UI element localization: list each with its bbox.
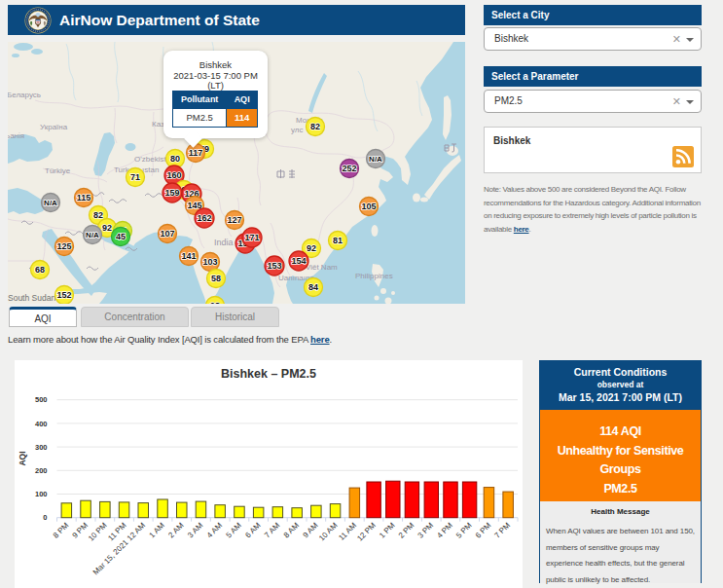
svg-text:7 AM: 7 AM — [263, 521, 281, 539]
svg-text:6 PM: 6 PM — [474, 521, 493, 540]
svg-text:7 PM: 7 PM — [492, 521, 512, 540]
svg-text:1 PM: 1 PM — [378, 521, 397, 540]
svg-text:Türkiye: Türkiye — [45, 166, 71, 175]
svg-text:125: 125 — [56, 241, 71, 251]
svg-text:12 PM: 12 PM — [355, 521, 378, 543]
svg-text:154: 154 — [291, 256, 306, 266]
svg-text:98: 98 — [210, 301, 220, 304]
svg-text:153: 153 — [267, 261, 281, 271]
svg-text:68: 68 — [35, 265, 45, 275]
svg-text:улс: улс — [291, 126, 304, 134]
svg-text:252: 252 — [342, 164, 356, 173]
svg-text:58: 58 — [211, 274, 221, 283]
svg-text:159: 159 — [164, 188, 179, 198]
svg-text:200: 200 — [35, 466, 48, 475]
svg-text:AQI: AQI — [18, 451, 27, 465]
svg-text:80: 80 — [170, 154, 180, 164]
svg-text:92: 92 — [307, 243, 316, 253]
svg-text:171: 171 — [244, 233, 259, 242]
svg-text:107: 107 — [160, 229, 174, 239]
svg-text:103: 103 — [202, 257, 217, 267]
svg-text:1 AM: 1 AM — [148, 521, 166, 539]
svg-text:4 AM: 4 AM — [205, 521, 224, 539]
svg-text:N/A: N/A — [44, 199, 57, 207]
svg-text:Беларусь: Беларусь — [8, 91, 41, 99]
svg-text:100: 100 — [35, 490, 48, 498]
svg-text:2 PM: 2 PM — [397, 521, 416, 540]
svg-text:141: 141 — [181, 251, 196, 261]
svg-text:400: 400 — [35, 420, 48, 428]
svg-text:3 AM: 3 AM — [186, 521, 204, 539]
svg-text:81: 81 — [333, 236, 343, 245]
svg-text:ьанія: ьанія — [8, 131, 24, 140]
svg-text:3 PM: 3 PM — [416, 521, 436, 540]
svg-text:ıstan: ıstan — [142, 165, 159, 174]
svg-text:92: 92 — [102, 223, 112, 233]
svg-text:162: 162 — [197, 213, 211, 223]
svg-text:115: 115 — [77, 193, 91, 202]
svg-text:Україна: Україна — [40, 123, 68, 131]
svg-text:4 PM: 4 PM — [435, 521, 454, 540]
svg-text:India: India — [214, 238, 234, 247]
svg-text:8 AM: 8 AM — [282, 521, 301, 539]
svg-text:10 AM: 10 AM — [317, 521, 340, 543]
svg-text:N/A: N/A — [86, 231, 99, 239]
svg-text:152: 152 — [56, 290, 71, 300]
svg-text:0: 0 — [43, 513, 47, 522]
svg-text:South Sudan: South Sudan — [8, 293, 55, 303]
svg-text:105: 105 — [361, 202, 376, 211]
svg-text:2 AM: 2 AM — [166, 521, 185, 539]
svg-text:11 AM: 11 AM — [337, 521, 358, 542]
svg-text:82: 82 — [310, 122, 320, 131]
svg-text:84: 84 — [308, 282, 318, 292]
svg-text:300: 300 — [35, 443, 48, 452]
svg-text:N/A: N/A — [369, 155, 382, 164]
svg-text:82: 82 — [93, 210, 103, 220]
svg-text:45: 45 — [116, 232, 126, 241]
svg-text:117: 117 — [189, 148, 203, 158]
svg-text:5 AM: 5 AM — [225, 521, 243, 539]
svg-text:Philippines: Philippines — [355, 272, 393, 280]
svg-text:Viêt Nam: Viêt Nam — [306, 263, 338, 272]
svg-text:6 AM: 6 AM — [243, 521, 262, 539]
svg-text:5 PM: 5 PM — [454, 521, 474, 540]
svg-text:160: 160 — [166, 170, 181, 180]
svg-text:71: 71 — [130, 172, 140, 182]
svg-text:127: 127 — [227, 215, 241, 225]
svg-text:8 PM: 8 PM — [52, 521, 71, 540]
svg-text:10 PM: 10 PM — [87, 521, 109, 543]
svg-text:500: 500 — [35, 395, 48, 404]
